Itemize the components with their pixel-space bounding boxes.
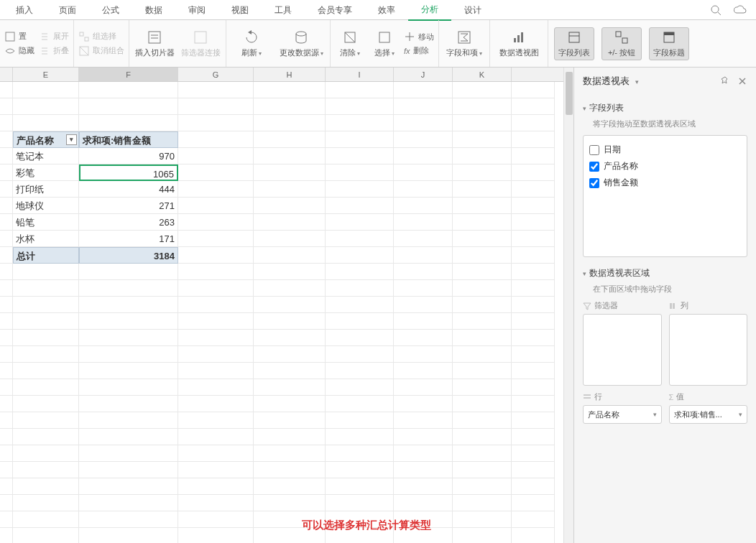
cell-bg[interactable] bbox=[254, 131, 326, 148]
cell-bg[interactable] bbox=[512, 82, 555, 98]
cell-bg[interactable] bbox=[512, 363, 555, 379]
cell-bg[interactable] bbox=[79, 495, 178, 511]
cell-bg[interactable] bbox=[512, 511, 555, 528]
cell-bg[interactable] bbox=[178, 148, 254, 164]
cell-bg[interactable] bbox=[0, 346, 13, 363]
cell-bg[interactable] bbox=[394, 396, 453, 412]
cell-bg[interactable] bbox=[178, 495, 254, 511]
cell-bg[interactable] bbox=[178, 462, 254, 478]
cell-bg[interactable] bbox=[453, 478, 512, 495]
cell-bg[interactable] bbox=[79, 98, 178, 115]
cell-bg[interactable] bbox=[326, 297, 394, 313]
cell-bg[interactable] bbox=[0, 462, 13, 478]
cell-bg[interactable] bbox=[178, 264, 254, 280]
cell-bg[interactable] bbox=[254, 264, 326, 280]
cell-bg[interactable] bbox=[178, 412, 254, 429]
cell-bg[interactable] bbox=[453, 445, 512, 462]
cell-bg[interactable] bbox=[512, 198, 555, 214]
cell-bg[interactable] bbox=[0, 396, 13, 412]
cell-bg[interactable] bbox=[326, 412, 394, 429]
cell-bg[interactable] bbox=[178, 478, 254, 495]
cell-bg[interactable] bbox=[326, 198, 394, 214]
cell-bg[interactable] bbox=[0, 198, 13, 214]
cell-bg[interactable] bbox=[254, 247, 326, 264]
cell-bg[interactable] bbox=[79, 379, 178, 396]
cell-bg[interactable] bbox=[178, 330, 254, 346]
clear-button[interactable]: 清除▾ bbox=[335, 23, 365, 65]
col-header-G[interactable]: G bbox=[178, 68, 254, 81]
cell-bg[interactable] bbox=[326, 231, 394, 247]
cell-bg[interactable] bbox=[453, 181, 512, 198]
cell-bg[interactable] bbox=[0, 379, 13, 396]
cell-bg[interactable] bbox=[0, 280, 13, 297]
pivot-chart-button[interactable]: 数据透视图 bbox=[494, 23, 543, 65]
cell-bg[interactable] bbox=[0, 82, 13, 98]
vertical-scrollbar[interactable] bbox=[563, 68, 573, 543]
cell-bg[interactable] bbox=[79, 264, 178, 280]
cell-bg[interactable] bbox=[178, 297, 254, 313]
cell-bg[interactable] bbox=[512, 264, 555, 280]
cell-bg[interactable] bbox=[13, 462, 79, 478]
cell-bg[interactable] bbox=[512, 396, 555, 412]
cell-bg[interactable] bbox=[394, 346, 453, 363]
cell-bg[interactable] bbox=[326, 264, 394, 280]
cell-bg[interactable] bbox=[254, 478, 326, 495]
cell-bg[interactable] bbox=[512, 379, 555, 396]
cell-bg[interactable] bbox=[394, 297, 453, 313]
cell-bg[interactable] bbox=[0, 528, 13, 543]
cell-bg[interactable] bbox=[326, 82, 394, 98]
cell-bg[interactable] bbox=[13, 429, 79, 445]
filter-dropdown-button[interactable]: ▾ bbox=[66, 134, 77, 145]
cell-bg[interactable] bbox=[512, 115, 555, 131]
cell-bg[interactable] bbox=[453, 247, 512, 264]
cell-bg[interactable] bbox=[79, 346, 178, 363]
cell-bg[interactable] bbox=[394, 247, 453, 264]
col-header-F[interactable]: F bbox=[79, 68, 178, 81]
field-checkbox-1[interactable] bbox=[589, 162, 599, 172]
cell-bg[interactable] bbox=[394, 330, 453, 346]
cell-bg[interactable] bbox=[13, 297, 79, 313]
field-checkbox-0[interactable] bbox=[589, 145, 599, 155]
cell-bg[interactable] bbox=[254, 495, 326, 511]
cell-bg[interactable] bbox=[13, 511, 79, 528]
cell-bg[interactable] bbox=[453, 330, 512, 346]
cell-bg[interactable] bbox=[512, 231, 555, 247]
pivot-row-val-3[interactable]: 271 bbox=[79, 198, 178, 214]
cell-bg[interactable] bbox=[326, 330, 394, 346]
col-header-I[interactable]: I bbox=[326, 68, 394, 81]
cell-bg[interactable] bbox=[254, 148, 326, 164]
select-button[interactable]: 选择▾ bbox=[369, 23, 400, 65]
cell-bg[interactable] bbox=[512, 429, 555, 445]
cell-bg[interactable] bbox=[326, 181, 394, 198]
cell-bg[interactable] bbox=[79, 528, 178, 543]
cell-bg[interactable] bbox=[453, 198, 512, 214]
cell-bg[interactable] bbox=[453, 412, 512, 429]
sheet-area[interactable]: EFGHIJK 产品名称▾求和项:销售金额笔记本970彩笔1065打印纸444地… bbox=[0, 68, 563, 543]
cell-bg[interactable] bbox=[326, 346, 394, 363]
cell-bg[interactable] bbox=[512, 528, 555, 543]
cell-bg[interactable] bbox=[453, 214, 512, 231]
cell-bg[interactable] bbox=[326, 462, 394, 478]
cell-bg[interactable] bbox=[79, 313, 178, 330]
pivot-row-name-2[interactable]: 打印纸 bbox=[13, 181, 79, 198]
menu-item-1[interactable]: 页面 bbox=[46, 0, 89, 20]
cell-bg[interactable] bbox=[178, 396, 254, 412]
cell-bg[interactable] bbox=[0, 231, 13, 247]
cell-bg[interactable] bbox=[394, 363, 453, 379]
cell-bg[interactable] bbox=[453, 511, 512, 528]
field-item-1[interactable]: 产品名称 bbox=[589, 158, 741, 175]
cell-bg[interactable] bbox=[326, 115, 394, 131]
ribbon-set[interactable]: 置 bbox=[4, 31, 34, 42]
pivot-row-val-4[interactable]: 263 bbox=[79, 214, 178, 231]
pivot-header-name[interactable]: 产品名称▾ bbox=[13, 131, 79, 148]
pivot-total-label[interactable]: 总计 bbox=[13, 247, 79, 264]
cell-bg[interactable] bbox=[326, 148, 394, 164]
cell-bg[interactable] bbox=[0, 412, 13, 429]
cell-bg[interactable] bbox=[326, 396, 394, 412]
cell-bg[interactable] bbox=[512, 131, 555, 148]
cell-bg[interactable] bbox=[254, 445, 326, 462]
cell-bg[interactable] bbox=[254, 346, 326, 363]
cell-bg[interactable] bbox=[178, 313, 254, 330]
cell-bg[interactable] bbox=[178, 346, 254, 363]
cell-bg[interactable] bbox=[326, 247, 394, 264]
